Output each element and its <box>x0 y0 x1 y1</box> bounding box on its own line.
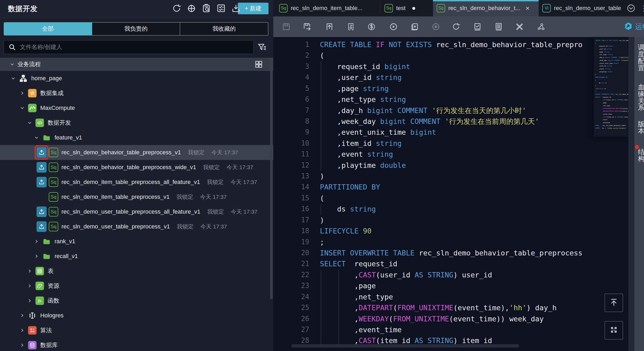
tree-item-home_page[interactable]: home_page <box>0 71 273 86</box>
code-line-16: ds string <box>320 204 644 214</box>
minimap-line: ; <box>595 90 628 93</box>
grid-view-icon[interactable] <box>254 60 263 69</box>
tree-item-label: recall_v1 <box>55 253 78 260</box>
chevron-right-icon[interactable] <box>20 328 25 333</box>
sql-node-badge: Sq <box>49 163 58 172</box>
rail-tab-调度配置[interactable]: 调度配置 <box>638 44 644 71</box>
tree-scrollbar[interactable] <box>270 58 273 299</box>
code-editor[interactable]: 1234567891011121314151617181920212223242… <box>273 37 644 351</box>
rail-tab-版本[interactable]: 版本 <box>638 120 644 134</box>
tree-item-表[interactable]: 表 <box>0 264 273 278</box>
page-title: 数据开发 <box>8 4 38 14</box>
fullscreen-button[interactable] <box>605 321 623 340</box>
ops-button[interactable]: 运维 <box>624 16 644 37</box>
function-icon: fx <box>35 296 44 305</box>
editor-tab-label: rec_sln_demo_item_table... <box>291 5 362 12</box>
scroll-to-top-button[interactable] <box>605 294 623 312</box>
minimap-line: LIFECYCLE 90 <box>595 87 628 90</box>
minimap-line: ,week_day bigint COMMENT '行为发生在当前周的第几天' <box>595 59 628 62</box>
submit-icon[interactable] <box>325 22 334 31</box>
tree-item-函数[interactable]: fx函数 <box>0 293 273 308</box>
tab-more-icon[interactable]: ⋮ <box>640 3 644 14</box>
sql-node-badge: Sq <box>384 4 393 12</box>
filter-funnel-icon[interactable] <box>257 42 267 52</box>
save-commit-icon[interactable] <box>303 22 312 31</box>
editor-tab-test[interactable]: Sqtest <box>381 0 432 16</box>
section-header-business-flow[interactable]: 业务流程 <box>0 58 273 71</box>
tree-item-算法[interactable]: 算法 <box>0 323 273 338</box>
sql-node-badge: Sq <box>49 222 58 231</box>
search-input[interactable] <box>19 43 253 51</box>
chevron-down-icon[interactable] <box>20 105 25 111</box>
tree-item-rec_sln_demo_item_table_preprocess_all_feature_v1[interactable]: Sqrec_sln_demo_item_table_preprocess_all… <box>0 175 273 190</box>
tree-item-rec_sln_demo_behavior_table_preprocess_wide_v1[interactable]: Sqrec_sln_demo_behavior_table_preprocess… <box>0 160 273 175</box>
code-line-17: ) <box>320 215 644 226</box>
dev-tools-icon[interactable] <box>515 22 524 31</box>
run-icon[interactable] <box>389 22 398 31</box>
line-number: 12 <box>273 160 313 171</box>
indent-guide <box>321 204 321 214</box>
chevron-right-icon[interactable] <box>20 91 25 96</box>
tree-item-Hologres[interactable]: Hologres <box>0 308 273 323</box>
filter-tab-all[interactable]: 全部 <box>4 22 92 35</box>
chevron-down-icon[interactable] <box>11 76 16 81</box>
editor-tab-rec_sln_demo_behavior_t[interactable]: Sqrec_sln_demo_behavior_t...× <box>433 0 539 16</box>
tree-item-rec_sln_demo_user_table_preprocess_v1[interactable]: Sqrec_sln_demo_user_table_preprocess_v1我… <box>0 219 273 234</box>
close-icon[interactable]: × <box>526 5 530 12</box>
search-box[interactable] <box>4 40 254 54</box>
minimap-line: ,playtime double <box>595 70 628 73</box>
tree-item-recall_v1[interactable]: recall_v1 <box>0 249 273 264</box>
filter-tab-favorites[interactable]: 我收藏的 <box>180 22 268 35</box>
clipboard-search-icon[interactable] <box>201 3 211 14</box>
tree-item-rec_sln_demo_item_table_preprocess_v1[interactable]: Sqrec_sln_demo_item_table_preprocess_v1我… <box>0 190 273 204</box>
task-list-icon[interactable] <box>216 3 226 14</box>
code-line-24: ,net_type <box>320 291 644 302</box>
minimap[interactable]: CREATE TABLE IF NOT EXISTS rec_sln_demo_… <box>594 38 628 137</box>
ops-hexagon-wrench-icon <box>624 22 635 32</box>
tree-item-rec_sln_demo_user_table_preprocess_all_feature_v1[interactable]: Sqrec_sln_demo_user_table_preprocess_all… <box>0 204 273 219</box>
chevron-right-icon[interactable] <box>34 254 39 259</box>
refresh-icon[interactable] <box>172 3 182 14</box>
tree-item-数据集成[interactable]: 数据集成 <box>0 86 273 101</box>
precheck-icon[interactable] <box>473 22 482 31</box>
chevron-right-icon[interactable] <box>20 313 25 318</box>
editor-tab-rec_sln_demo_item_table[interactable]: Sqrec_sln_demo_item_table... <box>275 0 379 16</box>
upload-badge <box>37 221 47 232</box>
tree-item-资源[interactable]: 资源 <box>0 278 273 293</box>
chevron-right-icon[interactable] <box>27 268 32 274</box>
code-line-14: PARTITIONED BY <box>320 182 644 192</box>
tree-item-数据库[interactable]: 数据库 <box>0 338 273 351</box>
tree-item-rank_v1[interactable]: rank_v1 <box>0 234 273 249</box>
chevron-right-icon[interactable] <box>27 283 32 289</box>
format-icon[interactable] <box>494 22 503 31</box>
cost-estimate-icon[interactable] <box>367 22 376 31</box>
run-with-params-icon[interactable] <box>410 22 419 31</box>
tab-list-chevron-circle-icon[interactable] <box>627 4 636 13</box>
chevron-right-icon[interactable] <box>27 298 32 303</box>
import-icon[interactable] <box>231 3 241 14</box>
horizontal-scrollbar-thumb[interactable] <box>291 344 519 348</box>
chevron-down-icon[interactable] <box>27 120 32 125</box>
chevron-down-icon[interactable] <box>34 135 39 140</box>
vertical-scrollbar[interactable] <box>628 37 634 351</box>
tree-item-数据开发[interactable]: 数据开发 <box>0 115 273 130</box>
modified-time: 今天 17:37 <box>211 149 238 156</box>
chevron-right-icon[interactable] <box>20 343 25 348</box>
code-line-11: ,event string <box>320 149 644 160</box>
chevron-right-icon[interactable] <box>34 239 39 244</box>
line-number: 1 <box>273 39 313 50</box>
minimap-line: CREATE TABLE IF NOT EXISTS rec_sln_demo_… <box>595 39 628 42</box>
dag-icon[interactable] <box>537 22 546 31</box>
rail-tab-结构[interactable]: 结构 <box>638 148 644 162</box>
tree-item-rec_sln_demo_behavior_table_preprocess_v1[interactable]: Sqrec_sln_demo_behavior_table_preprocess… <box>0 145 273 160</box>
new-button[interactable]: + 新建 <box>238 3 269 14</box>
reload-icon[interactable] <box>451 22 460 31</box>
locate-icon[interactable] <box>186 3 196 14</box>
tree-item-feature_v1[interactable]: feature_v1 <box>0 130 273 145</box>
minimap-line: ,day_h bigint COMMENT '行为发生在当天的第几小时' <box>595 56 628 59</box>
rail-tab-血缘关系[interactable]: 血缘关系 <box>638 83 644 111</box>
commit-unlock-icon[interactable] <box>346 22 355 31</box>
tree-item-MaxCompute[interactable]: MaxCompute <box>0 101 273 115</box>
editor-tab-rec_sln_demo_user_table[interactable]: Virec_sln_demo_user_table <box>539 0 626 16</box>
filter-tab-mine[interactable]: 我负责的 <box>92 22 180 35</box>
